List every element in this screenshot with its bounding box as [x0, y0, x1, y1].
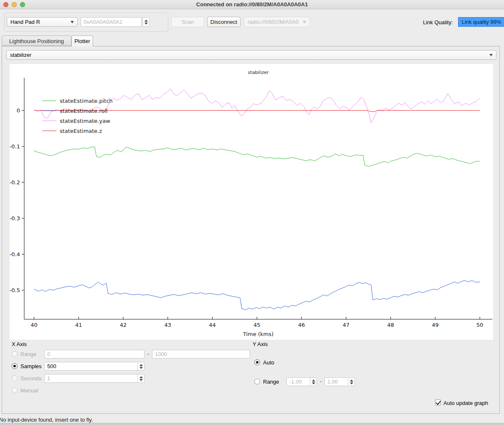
y-range-from-stepper[interactable] — [310, 378, 317, 386]
address-field[interactable] — [81, 17, 142, 27]
disconnect-button[interactable]: Disconnect — [207, 17, 241, 27]
y-range-radio[interactable] — [254, 379, 260, 384]
address-stepper[interactable] — [142, 17, 149, 27]
y-tick-label: 0 — [17, 107, 20, 114]
y-range-dash: - — [320, 378, 322, 384]
x-tick-label: 42 — [120, 322, 127, 328]
x-range-label: Range — [20, 351, 36, 357]
x-samples-stepper[interactable] — [137, 362, 144, 370]
x-range-to-field[interactable] — [152, 350, 250, 359]
chevron-down-icon — [489, 54, 493, 56]
spin-up-icon — [350, 379, 353, 382]
y-range-from-value[interactable] — [287, 378, 310, 386]
plot-svg[interactable]: stabilizerTime (kms)40414243444546474849… — [10, 64, 493, 340]
x-samples-spinbox[interactable] — [44, 362, 144, 371]
x-seconds-spinbox[interactable] — [44, 374, 144, 383]
chevron-down-icon — [71, 21, 74, 23]
y-tick-label: -0.1 — [10, 143, 20, 150]
x-tick-label: 41 — [75, 322, 82, 328]
x-seconds-radio[interactable] — [12, 375, 18, 381]
plot-xlabel: Time (kms) — [243, 331, 274, 337]
y-tick-label: -0.2 — [10, 179, 20, 186]
x-tick-label: 46 — [298, 322, 305, 328]
auto-update-checkbox[interactable] — [435, 400, 441, 405]
y-auto-label: Auto — [263, 359, 274, 366]
chevron-down-icon — [303, 21, 306, 23]
x-tick-label: 50 — [476, 322, 484, 328]
input-device-value: Hand Pad R — [10, 19, 68, 25]
y-range-to-spinbox[interactable] — [324, 377, 355, 386]
x-tick-label: 45 — [253, 322, 261, 328]
legend-label: stateEstimate.roll — [60, 108, 108, 114]
plotter-pane: stabilizer stabilizerTime (kms)404142434… — [2, 46, 500, 414]
x-range-radio[interactable] — [12, 351, 18, 357]
spin-up-icon — [144, 20, 148, 22]
legend-label: stateEstimate.pitch — [60, 98, 113, 104]
status-bar: No input-device found, insert one to fly… — [0, 417, 93, 423]
x-seconds-stepper[interactable] — [137, 374, 144, 382]
bottom-strip — [0, 423, 504, 425]
link-quality-bar: Link quality 99% — [458, 17, 504, 27]
window-title: Connected on radio://0/80/2M/A0A0A0A0A1 — [0, 1, 504, 8]
x-samples-radio[interactable] — [12, 363, 18, 369]
link-quality-label: Link Quality: — [423, 19, 453, 25]
x-tick-label: 49 — [432, 322, 439, 328]
uri-select[interactable]: radio://0/80/2M/A0A0 — [244, 17, 310, 27]
scan-button[interactable]: Scan — [171, 17, 204, 27]
uri-value: radio://0/80/2M/A0A0 — [248, 19, 300, 25]
spin-up-icon — [312, 379, 315, 382]
x-manual-label: Manual — [20, 387, 38, 394]
x-seconds-value[interactable] — [45, 374, 137, 382]
series-stateEstimate.roll — [34, 280, 480, 310]
log-config-select[interactable]: stabilizer — [6, 50, 496, 60]
series-stateEstimate.pitch — [34, 147, 480, 166]
x-manual-radio[interactable] — [12, 387, 18, 393]
x-tick-label: 44 — [209, 322, 216, 328]
y-axis-section-title: Y Axis — [253, 341, 268, 347]
x-range-from-field[interactable] — [44, 350, 144, 359]
y-range-label: Range — [263, 379, 279, 385]
y-range-to-stepper[interactable] — [348, 378, 355, 386]
x-range-dash: - — [147, 351, 149, 357]
spin-down-icon — [350, 382, 353, 384]
spin-up-icon — [139, 364, 143, 366]
x-samples-label: Samples — [20, 363, 42, 369]
log-config-value: stabilizer — [10, 52, 487, 58]
x-tick-label: 43 — [164, 322, 171, 328]
link-quality-text: Link quality 99% — [462, 19, 501, 25]
spin-down-icon — [144, 23, 148, 25]
tab-plotter[interactable]: Plotter — [71, 36, 93, 46]
input-device-select[interactable]: Hand Pad R — [7, 17, 78, 27]
titlebar: Connected on radio://0/80/2M/A0A0A0A0A1 — [0, 0, 504, 9]
y-auto-radio[interactable] — [254, 359, 260, 365]
plot-area: stabilizerTime (kms)40414243444546474849… — [10, 64, 493, 340]
auto-update-label: Auto update graph — [443, 400, 488, 406]
legend-label: stateEstimate.z — [60, 128, 102, 134]
y-tick-label: -0.4 — [10, 251, 20, 257]
spin-down-icon — [139, 367, 143, 369]
x-axis-section-title: X Axis — [12, 341, 27, 347]
y-tick-label: -0.5 — [10, 287, 20, 293]
status-text: No input-device found, insert one to fly… — [0, 417, 93, 423]
y-range-from-spinbox[interactable] — [286, 377, 317, 386]
plot-title: stabilizer — [248, 70, 269, 75]
y-range-to-value[interactable] — [325, 378, 348, 386]
x-samples-value[interactable] — [45, 362, 137, 370]
x-tick-label: 48 — [387, 322, 394, 328]
spin-down-icon — [139, 379, 143, 381]
tab-lighthouse-positioning[interactable]: Lighthouse Positioning — [2, 36, 71, 46]
y-tick-label: -0.3 — [10, 215, 20, 221]
spin-down-icon — [312, 382, 315, 384]
spin-up-icon — [139, 376, 143, 378]
x-tick-label: 40 — [30, 322, 38, 328]
legend-label: stateEstimate.yaw — [60, 118, 110, 124]
x-seconds-label: Seconds — [20, 375, 42, 382]
x-tick-label: 47 — [343, 322, 350, 328]
plot-axes — [24, 78, 492, 319]
